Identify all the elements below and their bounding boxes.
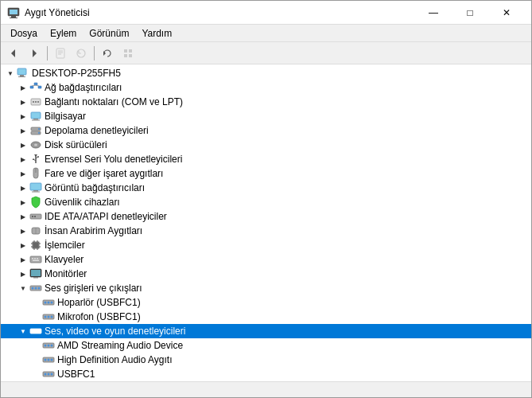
svg-rect-18 (18, 76, 25, 77)
svg-point-76 (48, 302, 50, 304)
expand-btn-hid[interactable]: ▶ (17, 224, 29, 237)
svg-rect-17 (20, 75, 24, 76)
svg-point-80 (48, 316, 50, 318)
properties-button[interactable] (51, 45, 70, 62)
icon-keyboard (29, 253, 42, 266)
icon-comport (29, 96, 42, 108)
svg-point-84 (35, 330, 37, 333)
expand-btn-hd_audio (29, 353, 42, 366)
expand-btn-serial[interactable]: ▶ (17, 153, 29, 166)
view-button[interactable] (118, 45, 138, 62)
svg-rect-20 (34, 83, 37, 85)
tree-item-hd_audio[interactable]: High Definition Audio Aygıtı (1, 353, 531, 367)
tree-item-computer[interactable]: ▶Bilgisayar (1, 109, 531, 123)
refresh-button[interactable] (98, 45, 117, 62)
svg-rect-2 (11, 16, 16, 18)
expand-btn-processor[interactable]: ▶ (17, 239, 29, 252)
tree-item-sound_video[interactable]: ▼Ses, video ve oyun denetleyicileri (1, 324, 531, 338)
tree-item-display[interactable]: ▶Görüntü bağdaştırıcıları (1, 181, 531, 195)
window-title: Aygıt Yöneticisi (25, 7, 90, 18)
menu-dosya[interactable]: Dosya (4, 26, 44, 41)
svg-point-25 (33, 101, 34, 103)
svg-point-27 (37, 101, 39, 103)
svg-point-72 (35, 287, 37, 290)
svg-point-96 (48, 373, 50, 376)
svg-point-81 (51, 316, 53, 318)
update-icon (76, 48, 87, 59)
expand-btn-monitors[interactable]: ▶ (17, 267, 29, 280)
expand-btn-usbfc1 (29, 368, 42, 380)
icon-serial (29, 153, 42, 166)
svg-marker-5 (33, 49, 37, 57)
icon-computer (29, 110, 42, 123)
label-sound_video: Ses, video ve oyun denetleyicileri (45, 326, 185, 337)
tree-item-usbfc1[interactable]: USBFC1 (1, 367, 531, 381)
svg-rect-53 (33, 243, 38, 248)
toolbar-separator-2 (94, 46, 95, 60)
expand-btn-disk[interactable]: ▶ (17, 139, 29, 151)
icon-hd_audio (42, 353, 55, 366)
forward-button[interactable] (25, 45, 44, 62)
svg-line-23 (36, 85, 39, 86)
tree-item-hid[interactable]: ▶İnsan Arabirim Aygıtları (1, 224, 531, 238)
expand-btn-sound_video[interactable]: ▼ (17, 325, 29, 338)
view-icon (122, 48, 134, 59)
close-button[interactable]: ✕ (488, 1, 525, 25)
expand-btn-speaker (29, 296, 42, 309)
icon-processor (29, 239, 42, 252)
svg-point-71 (32, 287, 34, 290)
maximize-button[interactable]: □ (452, 1, 488, 25)
icon-display (29, 181, 42, 194)
tree-item-disk[interactable]: ▶Disk sürücüleri (1, 138, 531, 152)
minimize-button[interactable]: — (415, 1, 452, 25)
expand-btn-display[interactable]: ▶ (17, 181, 29, 194)
svg-rect-19 (30, 86, 33, 88)
tree-item-security[interactable]: ▶Güvenlik cihazları (1, 195, 531, 209)
menu-yardim[interactable]: Yardım (135, 26, 178, 41)
menu-gorunum[interactable]: Görünüm (83, 26, 135, 41)
expand-btn-comport[interactable]: ▶ (17, 96, 29, 108)
status-bar (1, 381, 531, 397)
tree-item-speaker[interactable]: Hoparlör (USBFC1) (1, 295, 531, 310)
forward-icon (29, 48, 40, 59)
tree-item-storage[interactable]: ▶Depolama denetleyicileri (1, 123, 531, 138)
tree-item-processor[interactable]: ▶İşlemciler (1, 238, 531, 252)
tree-item-audio_in_out[interactable]: ▼Ses girişleri ve çıkışları (1, 281, 531, 295)
icon-monitors (29, 267, 42, 280)
tree-item-keyboard[interactable]: ▶Klavyeler (1, 252, 531, 267)
tree-item-network[interactable]: ▶Ağ bağdaştırıcıları (1, 80, 531, 95)
svg-rect-30 (32, 120, 40, 121)
tree-item-amd_streaming[interactable]: AMD Streaming Audio Device (1, 338, 531, 353)
expand-btn-amd_streaming (29, 339, 42, 352)
tree-item-ide[interactable]: ▶IDE ATA/ATAPI denetleyiciler (1, 209, 531, 224)
tree-item-serial[interactable]: ▶Evrensel Seri Yolu denetleyicileri (1, 152, 531, 166)
expand-btn-keyboard[interactable]: ▶ (17, 253, 29, 266)
label-audio_in_out: Ses girişleri ve çıkışları (45, 283, 142, 294)
expand-btn-network[interactable]: ▶ (17, 81, 29, 94)
expand-btn-root[interactable]: ▼ (4, 67, 17, 80)
title-bar: Aygıt Yöneticisi — □ ✕ (1, 1, 531, 25)
update-button[interactable] (72, 45, 91, 62)
svg-point-34 (38, 132, 40, 134)
device-tree[interactable]: ▼DESKTOP-P255FH5▶Ağ bağdaştırıcıları▶Bağ… (1, 64, 531, 381)
expand-btn-computer[interactable]: ▶ (17, 110, 29, 123)
svg-point-93 (51, 359, 53, 361)
svg-point-26 (35, 101, 37, 103)
tree-item-monitors[interactable]: ▶Monitörler (1, 267, 531, 281)
expand-btn-ide[interactable]: ▶ (17, 210, 29, 223)
icon-microphone (42, 310, 55, 323)
expand-btn-mouse[interactable]: ▶ (17, 167, 29, 180)
menu-eylem[interactable]: Eylem (44, 26, 83, 41)
back-button[interactable] (4, 45, 23, 62)
tree-item-comport[interactable]: ▶Bağlantı noktaları (COM ve LPT) (1, 95, 531, 109)
icon-network (29, 81, 42, 94)
tree-item-mouse[interactable]: ▶Fare ve diğer işaret aygıtları (1, 166, 531, 181)
svg-rect-69 (33, 277, 38, 279)
label-hd_audio: High Definition Audio Aygıtı (57, 354, 173, 365)
expand-btn-audio_in_out[interactable]: ▼ (17, 282, 29, 295)
expand-btn-storage[interactable]: ▶ (17, 124, 29, 137)
expand-btn-security[interactable]: ▶ (17, 196, 29, 209)
svg-rect-64 (34, 258, 36, 259)
tree-item-microphone[interactable]: Mikrofon (USBFC1) (1, 310, 531, 324)
tree-item-root[interactable]: ▼DESKTOP-P255FH5 (1, 66, 531, 80)
